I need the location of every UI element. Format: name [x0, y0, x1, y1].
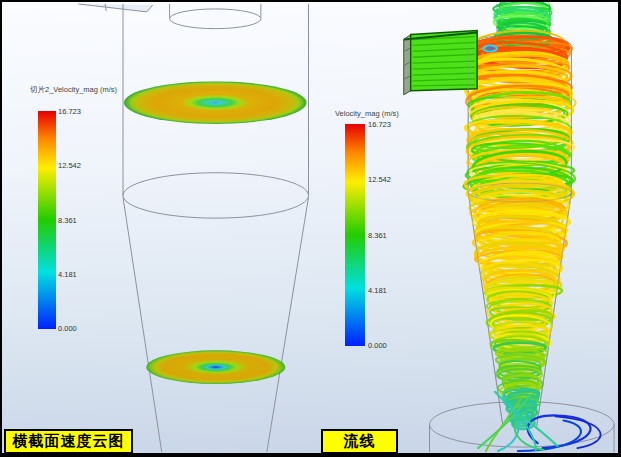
legend-tick: 4.181 — [368, 286, 387, 295]
legend-left-title: 切片2_Velocity_mag (m/s) — [30, 85, 117, 95]
cfd-figure: 切片2_Velocity_mag (m/s) 16.723 12.542 8.3… — [0, 0, 621, 457]
streamline-coils — [463, 2, 576, 430]
legend-tick: 0.000 — [58, 324, 77, 333]
legend-tick: 4.181 — [58, 270, 77, 279]
legend-left-colorbar — [38, 111, 56, 329]
legend-tick: 16.723 — [58, 107, 81, 116]
caption-right: 流线 — [321, 429, 398, 454]
legend-tick: 8.361 — [58, 216, 77, 225]
legend-right-title: Velocity_mag (m/s) — [335, 109, 399, 118]
legend-tick: 12.542 — [58, 161, 81, 170]
vortex-finder-ellipse — [170, 9, 261, 29]
lower-velocity-slice — [146, 350, 285, 384]
legend-tick: 16.723 — [368, 120, 391, 129]
caption-left: 横截面速度云图 — [4, 429, 133, 454]
legend-tick: 0.000 — [368, 341, 387, 350]
legend-tick: 12.542 — [368, 175, 391, 184]
inlet-stub-outline — [78, 4, 152, 12]
cylinder-cone-junction-ellipse — [123, 173, 308, 218]
upper-velocity-slice — [124, 81, 307, 123]
legend-tick: 8.361 — [368, 231, 387, 240]
left-cyclone-outline — [78, 4, 308, 452]
inlet-duct — [404, 31, 477, 95]
scene-svg — [2, 2, 618, 453]
legend-right-colorbar — [345, 124, 365, 346]
bin-streamlines — [478, 392, 600, 451]
